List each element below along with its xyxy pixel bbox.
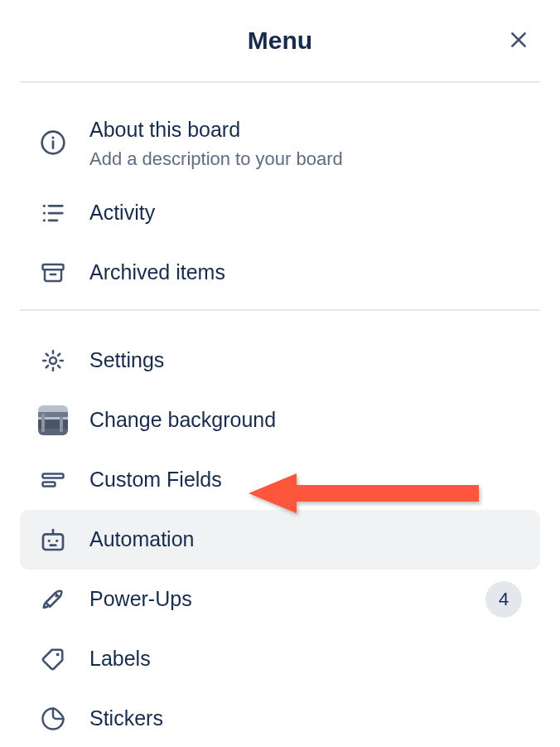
menu-item-stickers[interactable]: Stickers bbox=[20, 689, 540, 748]
menu-item-archived[interactable]: Archived items bbox=[20, 243, 540, 303]
svg-rect-11 bbox=[43, 264, 64, 269]
menu-panel: Menu About this board Add a description … bbox=[0, 0, 560, 747]
sticker-icon bbox=[38, 704, 68, 734]
svg-point-18 bbox=[52, 528, 55, 531]
menu-item-activity[interactable]: Activity bbox=[20, 183, 540, 243]
svg-rect-15 bbox=[43, 482, 56, 486]
menu-title: Menu bbox=[248, 27, 312, 55]
menu-item-label: Automation bbox=[89, 526, 522, 553]
menu-item-custom-fields[interactable]: Custom Fields bbox=[20, 450, 540, 510]
svg-point-19 bbox=[48, 539, 51, 541]
svg-rect-16 bbox=[43, 534, 63, 550]
menu-item-label: Activity bbox=[89, 199, 522, 226]
close-button[interactable] bbox=[502, 23, 535, 56]
custom-fields-icon bbox=[38, 465, 68, 495]
close-icon bbox=[508, 29, 529, 51]
menu-section-board: About this board Add a description to yo… bbox=[20, 83, 540, 309]
menu-item-label: Change background bbox=[89, 406, 522, 434]
tag-icon bbox=[38, 644, 68, 674]
activity-icon bbox=[38, 198, 68, 228]
menu-item-automation[interactable]: Automation bbox=[20, 510, 540, 570]
menu-item-label: Power-Ups bbox=[89, 585, 485, 613]
power-ups-count-badge: 4 bbox=[485, 581, 522, 618]
background-thumbnail bbox=[38, 405, 68, 435]
menu-item-label: Labels bbox=[89, 645, 522, 672]
menu-item-label: Custom Fields bbox=[89, 466, 522, 493]
archive-icon bbox=[38, 258, 68, 288]
automation-icon bbox=[38, 525, 68, 555]
menu-item-sublabel: Add a description to your board bbox=[89, 148, 522, 170]
svg-point-5 bbox=[43, 204, 46, 206]
menu-item-settings[interactable]: Settings bbox=[20, 331, 540, 390]
svg-point-20 bbox=[56, 539, 58, 541]
menu-item-change-background[interactable]: Change background bbox=[20, 390, 540, 450]
svg-point-13 bbox=[50, 357, 56, 364]
svg-rect-14 bbox=[43, 473, 64, 478]
menu-item-about[interactable]: About this board Add a description to yo… bbox=[20, 103, 540, 183]
menu-item-label: Stickers bbox=[89, 705, 522, 732]
gear-icon bbox=[38, 346, 68, 376]
menu-item-power-ups[interactable]: Power-Ups 4 bbox=[20, 570, 540, 629]
svg-point-9 bbox=[43, 219, 46, 221]
menu-item-label: Settings bbox=[89, 347, 522, 374]
svg-point-7 bbox=[43, 211, 46, 214]
menu-header: Menu bbox=[20, 0, 540, 83]
menu-item-labels[interactable]: Labels bbox=[20, 629, 540, 689]
svg-point-4 bbox=[51, 137, 54, 139]
menu-item-label: About this board bbox=[89, 116, 522, 143]
info-icon bbox=[38, 128, 68, 158]
svg-point-22 bbox=[56, 595, 58, 598]
menu-section-settings: Settings Change background Custom Fields bbox=[20, 311, 540, 748]
menu-item-label: Archived items bbox=[89, 259, 522, 286]
svg-point-23 bbox=[56, 652, 60, 656]
rocket-icon bbox=[38, 585, 68, 614]
